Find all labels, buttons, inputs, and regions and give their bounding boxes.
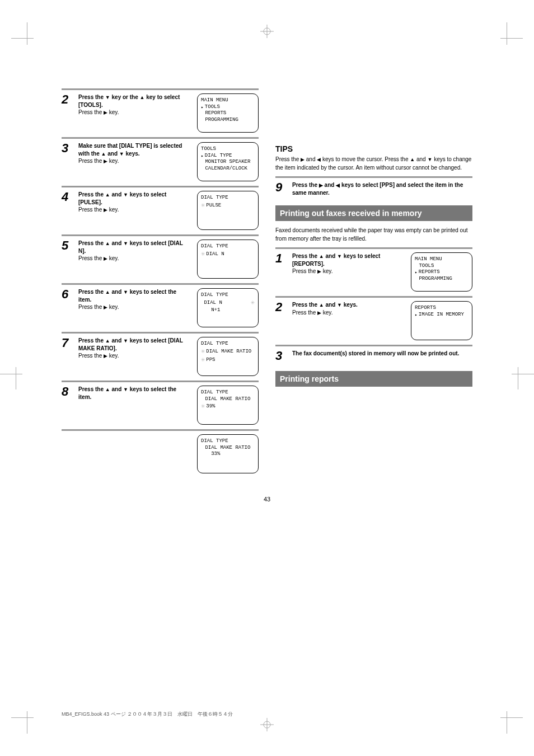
crop-mark-top-left xyxy=(11,22,34,45)
sun-icon: ✳ xyxy=(201,356,205,365)
lcd-screen: DIAL TYPE DIAL MAKE RATIO 33% xyxy=(197,434,259,473)
step-8: 8 Press the ▲ and ▼ keys to select the i… xyxy=(62,386,259,425)
lcd-screen: MAIN MENU ▸TOOLS REPORTS PROGRAMMING xyxy=(197,93,259,133)
down-arrow-icon: ▼ xyxy=(123,192,128,198)
step-text: Press the ▲ and ▼ keys to select the ite… xyxy=(78,386,189,401)
up-arrow-icon: ▲ xyxy=(105,338,110,344)
down-arrow-icon: ▼ xyxy=(337,253,342,259)
registration-mark-top xyxy=(260,25,274,38)
memory-step-1: 1 Press the ▲ and ▼ keys to select [REPO… xyxy=(275,252,472,292)
step-6: 6 Press the ▲ and ▼ keys to select the i… xyxy=(62,288,259,327)
step-number: 3 xyxy=(62,142,74,154)
down-arrow-icon: ▼ xyxy=(119,151,124,157)
step-number: 2 xyxy=(275,301,288,313)
cursor-icon: ▸ xyxy=(201,105,204,110)
up-arrow-icon: ▲ xyxy=(140,95,145,100)
step-3: 3 Make sure that [DIAL TYPE] is selected… xyxy=(62,142,259,181)
section-desc: Faxed documents received while the paper… xyxy=(275,227,472,243)
down-arrow-icon: ▼ xyxy=(123,338,128,344)
step-number: 2 xyxy=(62,93,74,106)
right-column: TIPS Press the ▶ and ◀ keys to move the … xyxy=(275,84,472,473)
left-arrow-icon: ◀ xyxy=(336,182,340,188)
memory-step-3: 3 The fax document(s) stored in memory w… xyxy=(275,350,472,362)
step-text: Press the ▲ and ▼ keys to select the ite… xyxy=(78,288,189,311)
step-4: 4 Press the ▲ and ▼ keys to select [PULS… xyxy=(62,191,259,230)
sun-icon: ✳ xyxy=(201,402,205,411)
right-arrow-icon: ▶ xyxy=(104,207,107,213)
right-arrow-icon: ▶ xyxy=(317,269,321,274)
lcd-screen: DIAL TYPE ✳DIAL N xyxy=(197,240,259,279)
page-number: 43 xyxy=(62,496,472,503)
down-arrow-icon: ▼ xyxy=(123,289,128,295)
section-memory-print: Printing out faxes received in memory xyxy=(275,205,472,221)
crop-mark-right xyxy=(512,367,534,389)
right-arrow-icon: ▶ xyxy=(104,256,107,261)
step-text: Press the ▲ and ▼ keys. Press the ▶ key. xyxy=(292,301,403,316)
step-text: Press the ▶ and ◀ keys to select [PPS] a… xyxy=(292,181,472,196)
step-text: Make sure that [DIAL TYPE] is selected w… xyxy=(78,142,189,165)
up-arrow-icon: ▲ xyxy=(410,157,415,162)
cursor-icon: ▸ xyxy=(415,270,418,275)
divider xyxy=(62,381,259,382)
lcd-screen: DIAL TYPE ✳DIAL MAKE RATIO ✳PPS xyxy=(197,337,259,376)
lcd-screen: DIAL TYPE ✳PULSE xyxy=(197,191,259,230)
divider xyxy=(275,296,472,298)
sun-icon: ✳ xyxy=(201,201,205,210)
divider xyxy=(62,88,259,90)
lcd-screen: MAIN MENU TOOLS ▸REPORTS PROGRAMMING xyxy=(411,252,472,292)
step-text: Press the ▲ and ▼ keys to select [DIAL N… xyxy=(78,240,189,262)
registration-mark-bottom xyxy=(260,718,274,731)
right-arrow-icon: ▶ xyxy=(317,310,321,316)
lcd-screen: REPORTS ▸IMAGE IN MEMORY xyxy=(411,301,472,340)
right-arrow-icon: ▶ xyxy=(301,157,305,162)
left-column: 2 Press the ▼ key or the ▲ key to select… xyxy=(62,84,259,473)
left-arrow-icon: ◀ xyxy=(317,157,321,162)
up-arrow-icon: ▲ xyxy=(319,253,324,259)
sun-icon: ✳ xyxy=(201,348,205,356)
up-arrow-icon: ▲ xyxy=(105,289,110,295)
divider xyxy=(62,137,259,139)
up-arrow-icon: ▲ xyxy=(101,151,106,157)
crop-mark-bottom-left xyxy=(11,711,34,734)
memory-step-2: 2 Press the ▲ and ▼ keys. Press the ▶ ke… xyxy=(275,301,472,340)
divider xyxy=(275,345,472,346)
crop-mark-left xyxy=(0,367,22,389)
divider xyxy=(275,176,472,178)
divider xyxy=(62,283,259,285)
right-arrow-icon: ▶ xyxy=(104,353,107,359)
step-text: The fax document(s) stored in memory wil… xyxy=(292,350,472,358)
up-arrow-icon: ▲ xyxy=(105,387,110,392)
divider xyxy=(62,332,259,334)
crop-mark-bottom-right xyxy=(500,711,523,734)
step-2: 2 Press the ▼ key or the ▲ key to select… xyxy=(62,93,259,133)
divider xyxy=(62,186,259,187)
up-arrow-icon: ▲ xyxy=(105,192,110,198)
step-number: 8 xyxy=(62,386,74,398)
step-number: 1 xyxy=(275,252,288,265)
right-arrow-icon: ▶ xyxy=(104,110,107,115)
step-number: 5 xyxy=(62,240,74,252)
cursor-icon: ▸ xyxy=(201,154,204,158)
sun-icon: ✳ xyxy=(251,299,255,308)
lcd-screen: DIAL TYPE DIAL N✳ N+1 xyxy=(197,288,259,327)
tips-heading: TIPS xyxy=(275,144,472,153)
right-arrow-icon: ▶ xyxy=(319,182,323,188)
cursor-icon: ▸ xyxy=(415,313,418,317)
right-arrow-icon: ▶ xyxy=(104,304,107,310)
divider xyxy=(62,234,259,236)
crop-mark-top-right xyxy=(500,22,523,45)
step-text: Press the ▲ and ▼ keys to select [REPORT… xyxy=(292,252,403,275)
step-7: 7 Press the ▲ and ▼ keys to select [DIAL… xyxy=(62,337,259,376)
divider xyxy=(62,429,259,431)
down-arrow-icon: ▼ xyxy=(337,302,342,308)
lcd-screen: TOOLS ▸DIAL TYPE MONITOR SPEAKER CALENDA… xyxy=(197,142,259,181)
down-arrow-icon: ▼ xyxy=(105,95,110,100)
step-5: 5 Press the ▲ and ▼ keys to select [DIAL… xyxy=(62,240,259,279)
step-number: 3 xyxy=(275,350,288,362)
footer-meta: MB4_EFIGS.book 43 ページ ２００４年３月３日 水曜日 午後６時… xyxy=(62,711,472,718)
up-arrow-icon: ▲ xyxy=(105,241,110,246)
down-arrow-icon: ▼ xyxy=(427,157,432,162)
sun-icon: ✳ xyxy=(201,250,205,259)
right-arrow-icon: ▶ xyxy=(104,158,107,164)
step-text: Press the ▼ key or the ▲ key to select [… xyxy=(78,93,189,116)
